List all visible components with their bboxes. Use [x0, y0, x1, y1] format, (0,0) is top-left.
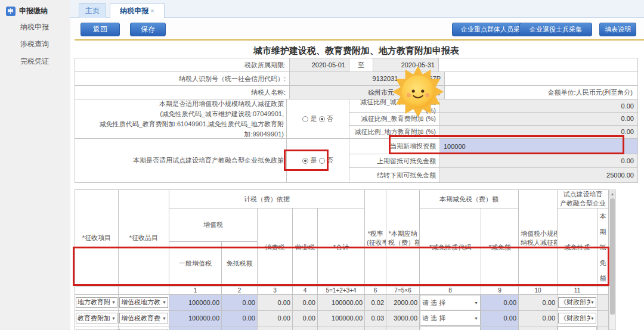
scrollbar-thumb[interactable]: [610, 198, 615, 315]
total-cell: 100000.00: [318, 326, 365, 330]
dropdown-arrow-icon: ▼: [112, 316, 116, 320]
period-label: 税款所属期限:: [75, 58, 290, 71]
nature-select[interactable]: 《财政部关于调整部▼: [558, 297, 596, 308]
rate-line2: (征收率): [367, 238, 384, 247]
ratio-edu-value: 0.00: [440, 113, 637, 125]
investment-input[interactable]: [440, 139, 637, 154]
toolbar-divider: [75, 39, 644, 41]
item-select[interactable]: 教育费附加▼: [76, 313, 117, 323]
tab-close-icon[interactable]: ×: [150, 7, 154, 14]
policy1-question: 本期是否适用增值税小规模纳税人减征政策 (减免性质代码_城市维护建设税:0704…: [75, 99, 287, 138]
rate-line1: *税率: [367, 229, 384, 238]
col-header-general-vat: 一般增值税: [169, 241, 222, 286]
nature-select[interactable]: 请选择▼: [558, 326, 597, 330]
currency-unit-note: 金额单位:人民币元(列至角分): [445, 86, 637, 99]
subitem-select[interactable]: 增值税教育费▼: [119, 313, 168, 323]
policy1-yes-radio[interactable]: [302, 116, 308, 122]
table-scrollbar[interactable]: ▲: [609, 189, 616, 330]
payable-line1: *本期应纳: [388, 229, 417, 238]
tab-home[interactable]: 主页: [79, 3, 106, 18]
dropdown-arrow-icon: ▼: [474, 316, 478, 320]
taxpayer-name-label: 纳税人名称:: [75, 86, 290, 99]
sidebar-header-label: 申报缴纳: [19, 6, 48, 16]
small-cell: 0.00: [519, 295, 558, 311]
period-to-label: 至: [349, 58, 373, 71]
consumption-cell: 0.00: [258, 310, 293, 326]
col-header-credit: 本期抵免额: [597, 208, 609, 287]
pilot-line1: 试点建设培育: [559, 190, 606, 199]
exempt-cell: 0.00: [222, 310, 258, 326]
item-select[interactable]: 地方教育附▼: [76, 297, 117, 308]
col-group-basis: 计税（费）依据: [169, 190, 365, 208]
small-cell: 0.00: [519, 326, 558, 330]
pilot-line2: 产教融合型企业: [559, 199, 606, 208]
policy2-question: 本期是否适用试点建设培育产教融合型企业抵免政策: [75, 139, 287, 182]
tax-detail-table: *征收项目 *征收品目 计税（费）依据 *税率 (征收率) *本期应纳 税（费）…: [75, 189, 609, 330]
sidebar-item-tax-declare[interactable]: 纳税申报: [0, 16, 70, 33]
sidebar-item-tax-query[interactable]: 涉税查询: [0, 33, 70, 51]
scroll-up-icon[interactable]: ▲: [609, 190, 615, 198]
subitem-select[interactable]: 增值税地方教▼: [119, 297, 168, 308]
col-header-total: *合计: [318, 208, 365, 287]
total-cell: 100000.00: [318, 310, 365, 326]
payable-cell: 2000.00: [386, 295, 420, 311]
tab-tax-declare[interactable]: 纳税申报×: [110, 3, 165, 18]
general-vat-cell: 100000.00: [169, 295, 222, 311]
sidebar-item-tax-certificate[interactable]: 完税凭证: [0, 51, 70, 68]
business-cell: 0.00: [293, 295, 318, 311]
save-button[interactable]: 保存: [130, 23, 166, 36]
ratio-city-value: 0.00: [440, 99, 637, 112]
col-header-item: *征收项目: [75, 190, 119, 287]
policy2-no-label: 否: [327, 156, 333, 165]
policy1-no-radio[interactable]: [319, 116, 325, 122]
tab-tax-declare-label: 纳税申报: [120, 7, 148, 15]
col-header-amount: *减免额: [481, 208, 519, 287]
taxpayer-id-left: 9132031: [373, 75, 398, 82]
small-cell: 0.00: [519, 310, 558, 326]
general-vat-cell: 100000.00: [169, 326, 222, 330]
exempt-cell: 0.00: [222, 295, 258, 311]
payable-cell: 3000.00: [386, 310, 420, 326]
small-line1: 增值税小规模: [521, 229, 555, 238]
business-cell: 0.00: [293, 326, 318, 330]
col-header-payable: *本期应纳 税（费）额: [386, 190, 420, 287]
nature-select[interactable]: 《财政部关于调整部▼: [558, 313, 596, 323]
code-select[interactable]: 请 选 择▼: [420, 295, 481, 310]
policy2-no-radio[interactable]: [319, 158, 325, 164]
table-row: 教育费附加▼ 增值税教育费▼ 100000.00 0.00 0.00 0.00 …: [75, 310, 609, 326]
rate-cell: 0.07: [365, 326, 386, 330]
taxpayer-id-label: 纳税人识别号（统一社会信用代码）:: [75, 72, 290, 85]
period-end-field[interactable]: 2020-05-31: [373, 58, 439, 71]
form-help-button[interactable]: 填表说明: [599, 23, 636, 36]
policy2-yes-radio[interactable]: [302, 158, 308, 164]
payable-cell: 7000.00: [386, 326, 420, 330]
prev-credit-label: 上期留抵可抵免金额: [349, 154, 440, 167]
policy1-radio-group: 是 否: [287, 99, 349, 138]
dropdown-arrow-icon: ▼: [590, 316, 595, 320]
sidebar-item-declare-pay[interactable]: 申 申报缴纳: [0, 0, 70, 16]
sidebar: 申 申报缴纳 纳税申报 涉税查询 完税凭证: [0, 0, 70, 330]
dropdown-arrow-icon: ▼: [162, 316, 166, 320]
taxpayer-name-left: 徐州市元: [368, 88, 394, 97]
code-select[interactable]: 请 选 择▼: [420, 326, 481, 330]
ratio-city-label: 减征比例_城市维护建设税 (%): [349, 99, 440, 112]
table-row: 城市维护建▼ 市区（增值税附▼ 100000.00 0.00 0.00 0.00…: [75, 326, 609, 330]
ratio-edu-label: 减征比例_教育费附加 (%): [349, 113, 440, 125]
dropdown-arrow-icon: ▼: [590, 300, 595, 304]
business-cell: 0.00: [293, 310, 318, 326]
veteran-collect-button[interactable]: 企业退役士兵采集: [519, 23, 592, 36]
code-select[interactable]: 请 选 择▼: [420, 310, 481, 326]
ratio-local-edu-label: 减征比例_地方教育附加 (%): [349, 126, 440, 138]
prev-credit-value: 0.00: [440, 154, 637, 167]
policy1-yes-label: 是: [310, 114, 317, 123]
taxpayer-name-right: 公司: [428, 88, 441, 97]
period-start-field[interactable]: 2020-05-01: [290, 58, 349, 71]
col-header-small-taxpayer: 增值税小规模 纳税人减征额: [519, 190, 558, 287]
investment-label: 当期新增投资额: [349, 139, 440, 154]
total-cell: 100000.00: [318, 295, 365, 311]
toolbar: 返回 保存 企业重点群体人员采集 企业退役士兵采集 填表说明: [70, 18, 644, 40]
col-header-code: *减免性质代码: [420, 208, 481, 287]
carry-credit-label: 结转下期可抵免金额: [349, 168, 440, 182]
policy2-label: 本期是否适用试点建设培育产教融合型企业抵免政策: [133, 155, 284, 166]
back-button[interactable]: 返回: [80, 23, 120, 36]
